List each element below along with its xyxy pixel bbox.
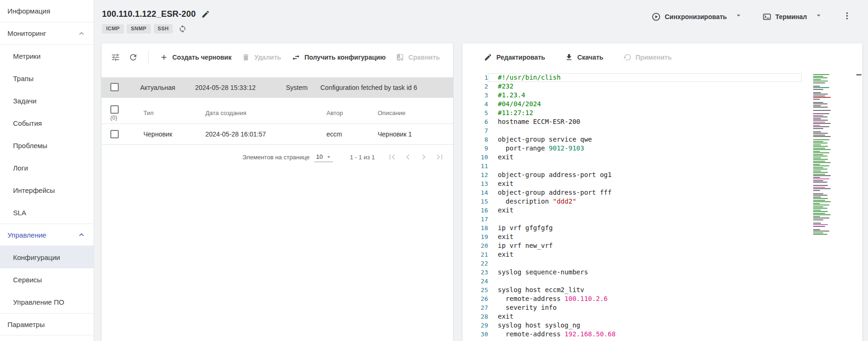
code-line[interactable]: 19exit: [462, 232, 802, 241]
refresh-availability-button[interactable]: [177, 24, 188, 34]
code-line[interactable]: 2#232: [462, 82, 802, 91]
sidebar-item-metrics[interactable]: Метрики: [0, 45, 94, 67]
sidebar-item-sla[interactable]: SLA: [0, 201, 94, 224]
code-line[interactable]: 20ip vrf new_vrf: [462, 241, 802, 250]
code-line[interactable]: 27 severity info: [462, 303, 802, 312]
next-page-button[interactable]: [417, 150, 431, 164]
sidebar-item-events[interactable]: События: [0, 112, 94, 134]
current-config-type: Актуальная: [135, 84, 190, 91]
sidebar-item-label: Управление: [7, 231, 46, 239]
code-line[interactable]: 30 remote-address 192.168.50.68: [462, 330, 802, 339]
code-line[interactable]: 12object-group address-port og1: [462, 170, 802, 179]
filter-button[interactable]: [108, 50, 123, 65]
fetch-configuration-button[interactable]: Получить конфигурацию: [288, 50, 389, 65]
code-line[interactable]: 10exit: [462, 153, 802, 162]
code-line[interactable]: 21exit: [462, 250, 802, 259]
sidebar-item-monitoring[interactable]: Мониторинг: [0, 22, 94, 45]
config-editor[interactable]: 1#!/usr/bin/clish2#2323#1.23.44#04/04/20…: [462, 71, 862, 341]
minimap[interactable]: [813, 74, 839, 235]
row-checkbox[interactable]: [110, 130, 119, 138]
protocol-badge-icmp: ICMP: [102, 24, 124, 33]
sidebar-item-label: Конфигурации: [13, 253, 60, 261]
page-range: 1 - 1 из 1: [350, 154, 375, 161]
more-menu-button[interactable]: [841, 10, 853, 21]
synchronize-dropdown-button[interactable]: [733, 10, 744, 20]
code-line[interactable]: 9 port-range 9012-9103: [462, 144, 802, 153]
current-configuration-row[interactable]: Актуальная 2024-05-28 15:33:12 System Co…: [102, 77, 453, 98]
current-config-date: 2024-05-28 15:33:12: [190, 84, 281, 91]
sidebar-item-label: Метрики: [13, 52, 41, 60]
code-line[interactable]: 1#!/usr/bin/clish: [462, 73, 802, 82]
code-line[interactable]: 13exit: [462, 179, 802, 188]
chevron-up-icon: [77, 29, 86, 38]
download-config-button[interactable]: Скачать: [561, 50, 607, 64]
page-title: 100.110.1.122_ESR-200: [102, 9, 196, 19]
sidebar-item-info[interactable]: Информация: [0, 0, 94, 22]
code-line[interactable]: 11: [462, 162, 802, 170]
configurations-panel: Создать черновик Удалить Получить конфиг…: [102, 43, 453, 341]
editor-scrollbar[interactable]: [856, 71, 862, 341]
sync-icon: [178, 25, 187, 33]
code-line[interactable]: 4#04/04/2024: [462, 100, 802, 109]
sidebar-item-logs[interactable]: Логи: [0, 157, 94, 179]
previous-page-button[interactable]: [401, 150, 415, 164]
sidebar-item-parameters[interactable]: Параметры: [0, 313, 94, 335]
edit-config-button[interactable]: Редактировать: [480, 50, 549, 64]
config-row-draft-1[interactable]: Черновик 2024-05-28 16:01:57 eccm Чернов…: [102, 124, 453, 145]
code-line[interactable]: 15 description "ddd2": [462, 197, 802, 206]
code-line[interactable]: 25syslog host eccm2_litv: [462, 286, 802, 294]
chevron-right-icon: [419, 152, 429, 162]
code-line[interactable]: 6hostname ECCM-ESR-200: [462, 117, 802, 126]
sidebar-item-configurations[interactable]: Конфигурации: [0, 246, 94, 268]
last-page-button[interactable]: [433, 150, 447, 164]
delete-draft-button[interactable]: Удалить: [238, 50, 285, 64]
create-draft-button[interactable]: Создать черновик: [156, 50, 235, 64]
sidebar-item-interfaces[interactable]: Интерфейсы: [0, 179, 94, 201]
plus-icon: [160, 53, 168, 61]
synchronize-button[interactable]: Синхронизировать: [651, 10, 727, 23]
configuration-editor-panel: Редактировать Скачать Применить 1#!/usr/…: [462, 43, 862, 341]
refresh-list-button[interactable]: [126, 50, 141, 65]
code-line[interactable]: 24: [462, 277, 802, 286]
sidebar-item-tasks[interactable]: Задачи: [0, 89, 94, 112]
code-line[interactable]: 26 remote-address 100.110.2.6: [462, 294, 802, 303]
terminal-label: Терминал: [775, 13, 807, 20]
apply-config-button[interactable]: Применить: [619, 50, 676, 64]
code-line[interactable]: 5#11:27:12: [462, 109, 802, 117]
current-config-author: System: [281, 84, 315, 91]
compare-button[interactable]: Сравнить: [392, 50, 444, 64]
code-line[interactable]: 17: [462, 215, 802, 224]
code-line[interactable]: 29syslog host syslog_ng: [462, 321, 802, 330]
code-line[interactable]: 23syslog sequence-numbers: [462, 268, 802, 277]
rename-device-button[interactable]: [200, 9, 211, 20]
code-line[interactable]: 7: [462, 126, 802, 135]
scrollbar-thumb[interactable]: [856, 74, 861, 75]
sidebar-item-label: Задачи: [13, 97, 36, 105]
sidebar-item-software[interactable]: Управление ПО: [0, 291, 94, 313]
synchronize-label: Синхронизировать: [665, 13, 726, 20]
code-line[interactable]: 14object-group address-port fff: [462, 188, 802, 197]
column-type: Тип: [135, 109, 197, 116]
code-line[interactable]: 28exit: [462, 312, 802, 321]
sidebar-item-problems[interactable]: Проблемы: [0, 134, 94, 157]
editor-toolbar: Редактировать Скачать Применить: [462, 43, 862, 71]
page-size-select[interactable]: 10: [314, 152, 333, 162]
code-line[interactable]: 22: [462, 259, 802, 268]
code-line[interactable]: 3#1.23.4: [462, 91, 802, 100]
sidebar-item-traps[interactable]: Трапы: [0, 67, 94, 89]
first-page-button[interactable]: [385, 150, 399, 164]
caret-down-icon: [734, 11, 743, 20]
current-config-checkbox[interactable]: [110, 83, 119, 91]
sidebar: Информация Мониторинг Метрики Тр: [0, 0, 94, 341]
code-line[interactable]: 16exit: [462, 206, 802, 215]
terminal-button[interactable]: Терминал: [761, 10, 808, 23]
code-line[interactable]: 8object-group service qwe: [462, 135, 802, 144]
code-lines[interactable]: 1#!/usr/bin/clish2#2323#1.23.44#04/04/20…: [462, 73, 802, 339]
terminal-dropdown-button[interactable]: [814, 10, 824, 20]
sidebar-item-management[interactable]: Управление: [0, 224, 94, 246]
select-all-checkbox[interactable]: [110, 105, 119, 114]
selected-count: (0): [110, 115, 135, 121]
code-line[interactable]: 18ip vrf gfgfgfg: [462, 224, 802, 232]
play-circle-icon: [651, 12, 661, 21]
sidebar-item-services[interactable]: Сервисы: [0, 268, 94, 291]
